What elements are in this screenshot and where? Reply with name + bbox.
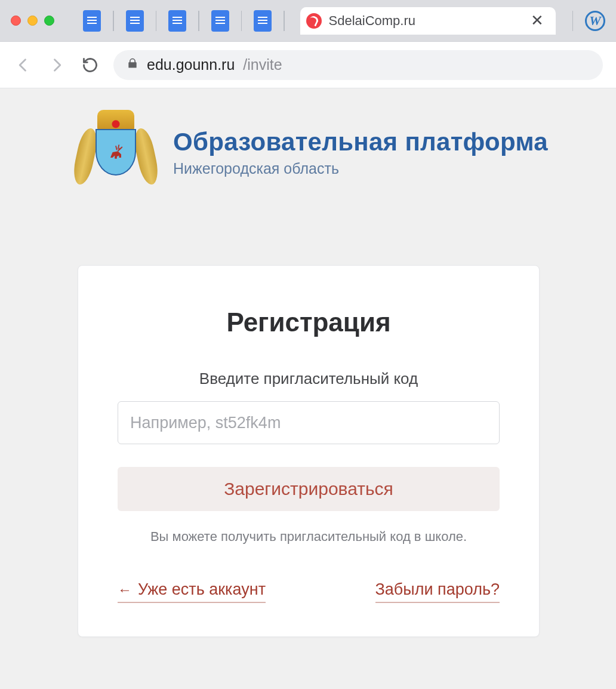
window-minimize-button[interactable] bbox=[27, 16, 38, 26]
active-browser-tab[interactable]: SdelaiComp.ru ✕ bbox=[300, 7, 556, 35]
nav-forward-button[interactable] bbox=[47, 55, 67, 75]
site-brand: Образовательная платформа Нижегородская … bbox=[0, 113, 616, 191]
tab-separator bbox=[198, 11, 199, 31]
doc-tab-icon[interactable] bbox=[211, 10, 229, 32]
browser-address-bar: edu.gounn.ru/invite bbox=[0, 42, 616, 88]
browser-tab-bar: SdelaiComp.ru ✕ bbox=[0, 0, 616, 42]
tab-favicon-icon bbox=[306, 13, 322, 29]
tab-separator bbox=[113, 11, 114, 31]
window-traffic-lights bbox=[11, 16, 54, 26]
brand-subtitle: Нижегородская область bbox=[173, 160, 548, 177]
tab-separator bbox=[284, 11, 285, 31]
nav-back-button[interactable] bbox=[13, 55, 33, 75]
window-close-button[interactable] bbox=[11, 16, 21, 26]
invite-code-label: Введите пригласительный код bbox=[118, 370, 500, 388]
url-path: /invite bbox=[243, 56, 282, 73]
region-crest-icon bbox=[78, 113, 154, 191]
arrow-left-icon: ← bbox=[118, 582, 132, 598]
url-host: edu.gounn.ru bbox=[147, 56, 235, 73]
tab-title: SdelaiComp.ru bbox=[329, 13, 520, 29]
lock-icon bbox=[127, 56, 138, 73]
page-content: Образовательная платформа Нижегородская … bbox=[0, 88, 616, 689]
doc-tab-icon[interactable] bbox=[83, 10, 101, 32]
tab-separator bbox=[241, 11, 242, 31]
wordpress-tab-icon[interactable] bbox=[585, 11, 605, 31]
registration-card: Регистрация Введите пригласительный код … bbox=[78, 265, 540, 637]
window-zoom-button[interactable] bbox=[44, 16, 54, 26]
card-title: Регистрация bbox=[118, 307, 500, 337]
register-button[interactable]: Зарегистрироваться bbox=[118, 467, 500, 511]
forgot-password-link[interactable]: Забыли пароль? bbox=[375, 580, 500, 603]
brand-title: Образовательная платформа bbox=[173, 128, 548, 156]
nav-reload-button[interactable] bbox=[80, 55, 100, 75]
tab-separator bbox=[572, 11, 574, 31]
url-field[interactable]: edu.gounn.ru/invite bbox=[113, 50, 603, 80]
tab-close-button[interactable]: ✕ bbox=[527, 10, 547, 31]
doc-tab-icon[interactable] bbox=[254, 10, 272, 32]
invite-code-input[interactable] bbox=[118, 401, 500, 444]
doc-tab-icon[interactable] bbox=[126, 10, 144, 32]
already-have-account-label: Уже есть аккаунт bbox=[138, 580, 266, 599]
tab-separator bbox=[156, 11, 157, 31]
forgot-password-label: Забыли пароль? bbox=[375, 580, 500, 599]
already-have-account-link[interactable]: ← Уже есть аккаунт bbox=[118, 580, 266, 603]
card-footer-links: ← Уже есть аккаунт Забыли пароль? bbox=[118, 580, 500, 603]
help-text: Вы можете получить пригласительный код в… bbox=[118, 529, 500, 545]
doc-tab-icon[interactable] bbox=[168, 10, 186, 32]
